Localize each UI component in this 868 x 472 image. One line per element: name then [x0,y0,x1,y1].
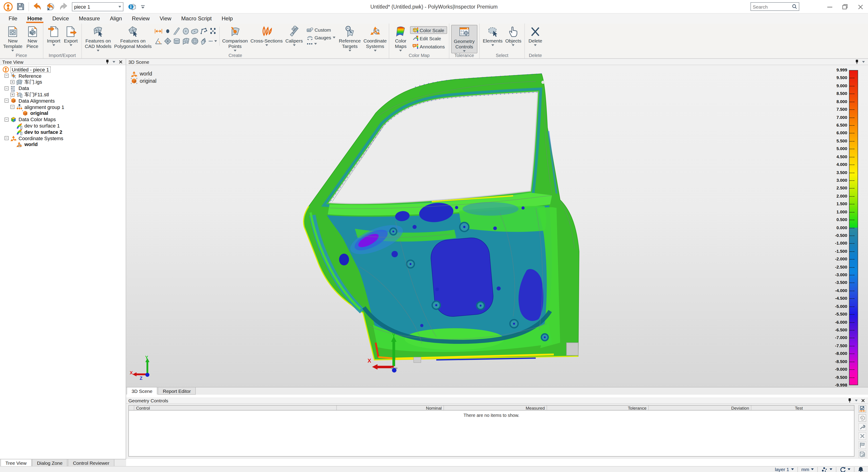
angle-feature-icon[interactable] [154,37,163,46]
display-density-control[interactable] [818,467,836,472]
tree-item-coordinate-systems[interactable]: −Coordinate Systems [0,135,126,141]
new-template-button[interactable]: New Template [2,25,24,52]
tree-expander[interactable]: + [10,92,14,97]
menu-item-help[interactable]: Help [217,13,238,24]
more-features-button[interactable] [209,37,217,46]
chevron-down-icon[interactable] [862,61,865,63]
tree-expander[interactable]: + [10,80,14,84]
table-column-header-icon[interactable] [129,406,134,410]
tab-control-reviewer[interactable]: Control Reviewer [68,459,114,467]
scene-legend-world[interactable]: world [131,70,156,77]
point-cloud-feature-icon[interactable] [209,27,217,36]
save-icon[interactable] [17,3,24,10]
more-gauges-button[interactable] [304,41,338,46]
import-button[interactable]: Import [45,25,62,47]
gauges-button[interactable]: Gauges [304,34,338,41]
car-door-model[interactable] [301,72,583,369]
features-on-cad-models-button[interactable]: Features on CAD Models [84,25,113,52]
annotations-button[interactable]: Annotations [410,42,447,50]
tab-tree-view[interactable]: Tree View [0,459,31,467]
tree-item-车门-igs[interactable]: +车门.igs [0,79,126,85]
table-column-header-control[interactable]: Control [134,406,337,410]
tree-item-data-color-maps[interactable]: −Data Color Maps [0,117,126,123]
piece-selector[interactable]: piece 1 [72,2,123,11]
pin-icon[interactable] [855,59,859,64]
menu-item-macro-script[interactable]: Macro Script [176,13,217,24]
planes-pair-feature-icon[interactable] [199,37,208,46]
table-column-header-test[interactable]: Test [751,406,846,410]
tree-expander[interactable]: − [4,74,8,78]
pin-icon[interactable] [106,59,109,64]
geometry-controls-button[interactable]: 0.00.0 Geometry Controls [451,25,477,53]
point-feature-icon[interactable] [163,27,172,36]
new-piece-button[interactable]: New Piece [24,25,41,50]
refresh-control[interactable] [836,467,854,472]
close-button[interactable] [852,0,868,13]
polyline-feature-icon[interactable] [199,27,208,36]
delete-control-button[interactable] [859,432,866,440]
units-selector[interactable]: mm [798,467,817,472]
tree-item-dev-to-surface-1[interactable]: dev to surface 1 [0,123,126,129]
customize-toolbar-icon[interactable] [141,4,145,9]
layer-selector[interactable]: layer 1 [771,467,797,472]
surface-feature-icon[interactable] [182,37,190,46]
distance-feature-icon[interactable] [154,27,163,36]
restore-button[interactable] [837,0,852,13]
undo-all-icon[interactable] [46,2,55,11]
color-scale-toggle[interactable]: Color Scale [410,26,447,34]
tree-item-world[interactable]: world [0,141,126,148]
features-on-polygonal-models-button[interactable]: Features on Polygonal Models [113,25,153,50]
tree-item-data[interactable]: −010011110Data [0,85,126,92]
3d-viewport[interactable]: world original Y X Y X Z 9.9999 [126,65,868,387]
tree-item-alignment-group-1[interactable]: −alignment group 1 [0,104,126,110]
menu-item-home[interactable]: Home [22,13,48,24]
circle-feature-icon[interactable] [182,27,190,36]
piece-info-icon[interactable] [127,2,136,11]
search-icon[interactable] [792,4,797,9]
undo-icon[interactable] [33,3,41,10]
measure-check-button[interactable] [859,405,866,413]
save-edit-button[interactable] [859,450,866,458]
reference-targets-button[interactable]: A1 Reference Targets [338,25,362,52]
color-maps-button[interactable]: Color Maps [391,25,410,52]
tab-dialog-zone[interactable]: Dialog Zone [32,459,67,467]
edit-wrench-button[interactable] [859,423,866,431]
tree-item-original[interactable]: original [0,110,126,117]
search-box[interactable] [750,2,799,11]
edit-scale-button[interactable]: Edit Scale [410,34,447,42]
tree-item-车门f11-stl[interactable]: +车门F11.stl [0,91,126,98]
redo-icon[interactable] [59,3,68,10]
tab-3d-scene[interactable]: 3D Scene [127,387,157,395]
comparison-points-button[interactable]: Comparison Points [221,25,249,52]
tree-expander[interactable]: − [4,99,8,103]
menu-item-device[interactable]: Device [47,13,74,24]
close-icon[interactable] [119,60,123,64]
plane-feature-icon[interactable] [163,37,172,46]
tree-expander[interactable]: − [4,136,8,140]
calipers-button[interactable]: Calipers [284,25,304,47]
line-feature-icon[interactable] [173,27,181,36]
custom-gauge-button[interactable]: Custom [304,26,338,33]
chevron-down-icon[interactable] [113,61,115,63]
tree-expander[interactable]: − [10,105,14,109]
coordinate-systems-button[interactable]: Coordinate Systems [362,25,388,52]
menu-item-align[interactable]: Align [105,13,127,24]
search-input[interactable] [753,4,792,9]
cross-sections-button[interactable]: Cross-Sections [249,25,284,47]
select-objects-button[interactable]: Objects [504,25,523,47]
scene-legend-original[interactable]: original [131,78,156,84]
minimize-button[interactable] [822,0,837,13]
menu-item-measure[interactable]: Measure [74,13,105,24]
table-column-header-deviation[interactable]: Deviation [649,406,751,410]
flag-button[interactable] [859,441,866,449]
tree-item-untitled-piece-1[interactable]: Untitled - piece 1 [0,66,126,73]
cylinder-feature-icon[interactable] [173,37,181,46]
delete-button[interactable]: Delete [527,25,544,47]
table-column-header-nominal[interactable]: Nominal [337,406,444,410]
tree-item-dev-to-surface-2[interactable]: dev to surface 2 [0,129,126,135]
tree-item-reference[interactable]: −Reference [0,73,126,79]
tree-item-data-alignments[interactable]: −Data Alignments [0,98,126,104]
menu-item-view[interactable]: View [155,13,176,24]
restore-review-button[interactable] [859,414,866,422]
table-column-header-tolerance[interactable]: Tolerance [547,406,649,410]
